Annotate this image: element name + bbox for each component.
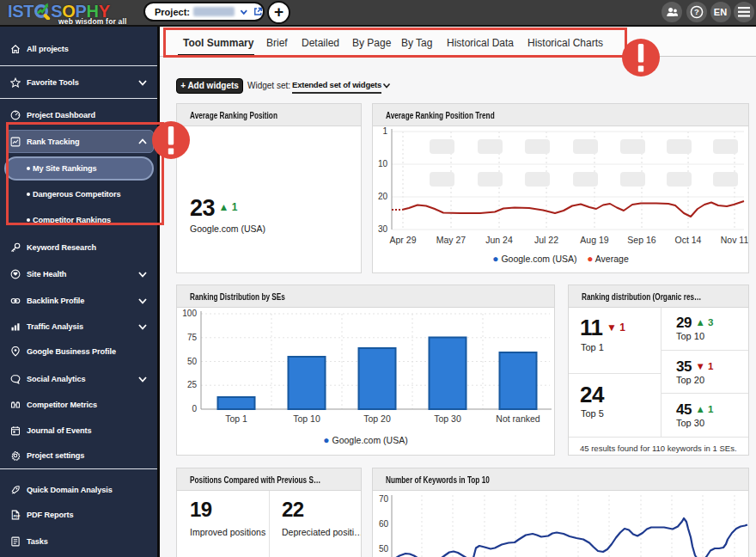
svg-text:Not ranked: Not ranked [496,413,540,424]
svg-text:20: 20 [378,192,388,201]
svg-text:Top 10: Top 10 [293,413,320,424]
svg-text:10: 10 [378,159,388,168]
svg-text:Apr 29: Apr 29 [390,235,417,245]
svg-text:50: 50 [379,544,389,554]
svg-text:Jun 24: Jun 24 [485,235,513,245]
svg-text:Oct 14: Oct 14 [675,235,702,245]
svg-text:Jul 22: Jul 22 [534,235,558,245]
svg-text:PDF: PDF [14,515,21,518]
svg-text:75: 75 [187,333,198,342]
svg-text:30: 30 [378,224,388,234]
svg-text:Sep 16: Sep 16 [627,235,655,245]
svg-text:?: ? [694,7,699,16]
svg-text:60: 60 [379,519,389,529]
svg-text:70: 70 [379,494,389,504]
svg-text:100: 100 [182,309,197,318]
svg-text:Top 30: Top 30 [434,413,461,424]
svg-text:Aug 19: Aug 19 [580,235,608,245]
svg-text:0: 0 [192,404,197,413]
svg-text:May 27: May 27 [436,235,466,245]
svg-text:Top 1: Top 1 [225,413,247,424]
svg-text:25: 25 [187,380,198,389]
svg-text:Nov 11: Nov 11 [721,235,749,245]
svg-text:Top 20: Top 20 [363,413,391,424]
svg-text:50: 50 [187,357,198,366]
svg-text:1: 1 [382,127,387,136]
